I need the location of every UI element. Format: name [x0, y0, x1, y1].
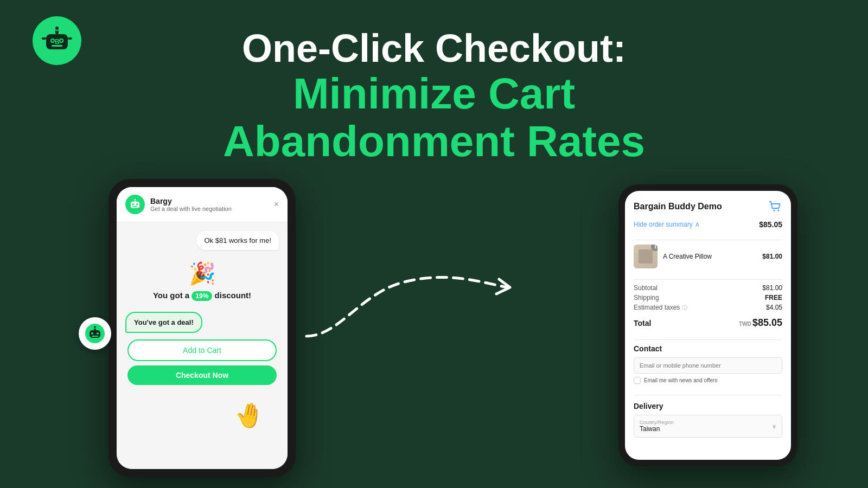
newsletter-checkbox[interactable] — [634, 377, 641, 384]
taxes-label: Estimated taxes ⓘ — [634, 304, 687, 312]
product-price: $81.00 — [762, 253, 782, 260]
chevron-up-icon: ∧ — [695, 221, 700, 228]
svg-point-12 — [132, 203, 135, 206]
order-total-header: $85.05 — [759, 220, 782, 229]
hide-summary-label: Hide order summary — [634, 221, 693, 228]
discount-badge: 19% — [192, 291, 212, 301]
taxes-value: $4.05 — [766, 304, 782, 312]
store-name: Bargain Buddy Demo — [634, 202, 722, 211]
chat-header-text: Bargy Get a deal with live negotiation — [150, 197, 269, 212]
chat-body: Ok $81 works for me! 🎉 You got a 19% dis… — [117, 222, 288, 469]
country-label: Country/Region — [640, 420, 674, 425]
divider-3 — [634, 339, 782, 340]
svg-rect-21 — [92, 336, 98, 337]
svg-point-13 — [136, 203, 138, 206]
subtotal-value: $81.00 — [762, 284, 782, 292]
arrow-decoration — [296, 249, 524, 369]
svg-rect-11 — [131, 202, 139, 208]
phone-mockup-left: Bargy Get a deal with live negotiation ×… — [108, 179, 296, 477]
svg-point-16 — [134, 198, 136, 201]
chevron-down-icon: ∨ — [772, 423, 776, 430]
shipping-label: Shipping — [634, 294, 659, 301]
hand-cursor-icon: 🤚 — [232, 399, 266, 432]
total-label: Total — [634, 319, 651, 328]
phone-screen-right: Bargain Buddy Demo Hide order summary ∧ … — [625, 191, 791, 460]
bargy-bot-icon — [125, 195, 145, 214]
delivery-section: Delivery Country/Region Taiwan ∨ — [634, 402, 782, 438]
close-icon[interactable]: × — [274, 200, 279, 209]
title-line2: Minimize Cart — [0, 70, 868, 118]
shipping-value: FREE — [765, 294, 782, 301]
subtotal-row: Subtotal $81.00 — [634, 284, 782, 292]
confetti-icon: 🎉 — [189, 261, 216, 286]
ok-bubble: Ok $81 works for me! — [196, 231, 279, 250]
chat-subtitle: Get a deal with live negotiation — [150, 206, 269, 212]
contact-section-title: Contact — [634, 344, 782, 353]
product-image: 1 — [634, 245, 658, 268]
svg-point-25 — [778, 210, 780, 211]
chat-header: Bargy Get a deal with live negotiation × — [117, 187, 288, 222]
total-currency: TWD — [739, 321, 751, 327]
taxes-info-icon: ⓘ — [682, 305, 687, 311]
add-to-cart-button[interactable]: Add to Cart — [127, 339, 277, 361]
product-name: A Creative Pillow — [663, 253, 757, 260]
checkout-now-button[interactable]: Checkout Now — [127, 365, 277, 385]
chat-buttons: Add to Cart Checkout Now — [125, 339, 279, 385]
discount-pre: You got a — [153, 291, 189, 300]
country-select[interactable]: Country/Region Taiwan ∨ — [634, 415, 782, 438]
floating-bot-avatar — [79, 317, 111, 350]
svg-point-23 — [94, 326, 97, 329]
discount-section: 🎉 You got a 19% discount! — [125, 256, 279, 305]
svg-point-24 — [774, 210, 775, 211]
svg-rect-14 — [133, 206, 138, 207]
product-row: 1 A Creative Pillow $81.00 — [634, 245, 782, 268]
country-value: Taiwan — [640, 425, 674, 433]
main-title: One-Click Checkout: Minimize Cart Abando… — [0, 16, 868, 165]
title-line1: One-Click Checkout: — [0, 27, 868, 70]
svg-point-20 — [97, 332, 99, 335]
hide-order-summary[interactable]: Hide order summary ∧ — [634, 221, 700, 228]
discount-post: discount! — [215, 291, 252, 300]
divider-4 — [634, 395, 782, 395]
order-summary-toggle[interactable]: Hide order summary ∧ $85.05 — [634, 220, 782, 229]
newsletter-label: Email me with news and offers — [644, 377, 717, 383]
deal-bubble: You've got a deal! — [125, 312, 202, 333]
title-line3: Abandonment Rates — [0, 118, 868, 165]
newsletter-row: Email me with news and offers — [634, 377, 782, 384]
subtotal-label: Subtotal — [634, 284, 658, 292]
chat-title: Bargy — [150, 197, 269, 206]
discount-text: You got a 19% discount! — [153, 291, 251, 301]
shipping-row: Shipping FREE — [634, 294, 782, 301]
total-row: Total TWD$85.05 — [634, 317, 782, 329]
checkout-header: Bargain Buddy Demo — [634, 200, 782, 214]
svg-point-19 — [91, 332, 93, 335]
total-value: TWD$85.05 — [739, 317, 782, 329]
divider — [634, 240, 782, 240]
cart-icon — [768, 200, 782, 214]
divider-2 — [634, 279, 782, 280]
contact-input[interactable] — [634, 357, 782, 374]
phone-mockup-right: Bargain Buddy Demo Hide order summary ∧ … — [618, 184, 797, 466]
delivery-section-title: Delivery — [634, 402, 782, 410]
taxes-row: Estimated taxes ⓘ $4.05 — [634, 304, 782, 312]
